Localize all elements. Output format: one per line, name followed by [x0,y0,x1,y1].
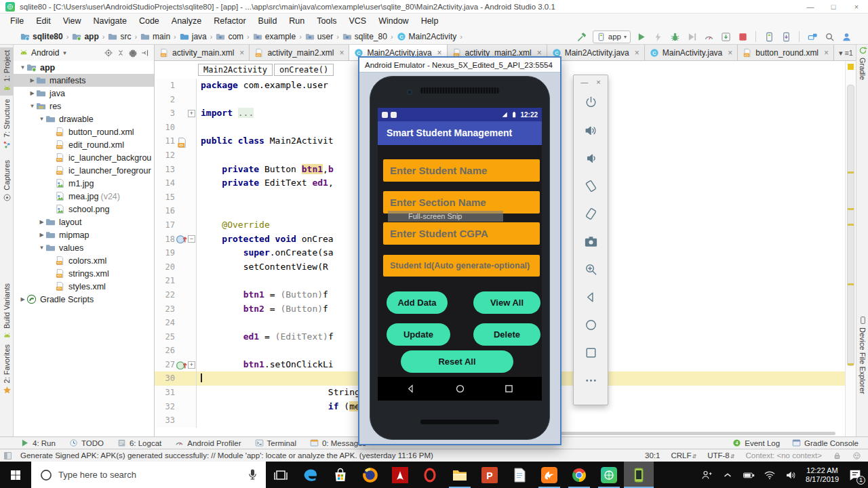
expand-arrow-icon[interactable]: ▶ [28,90,36,96]
minimize-button[interactable]: — [799,0,822,13]
lightning-button[interactable] [651,30,665,43]
fold-toggle-icon[interactable]: + [188,361,195,369]
emulator-zoom-button[interactable] [574,256,608,283]
editor-crumb-main2activity[interactable]: Main2Activity [198,64,273,76]
emulator-power-button[interactable] [574,89,608,117]
nav-home-button[interactable] [454,383,466,394]
tree-item-ic-launcher-foregrour[interactable]: <>ic_launcher_foregrour [14,164,154,177]
action-center-button[interactable]: 1 [848,468,863,483]
update-button[interactable]: Update [387,323,450,346]
emulator-volume-down-button[interactable] [574,144,608,172]
attach-debug-button[interactable] [719,30,732,43]
taskbar-app-android-studio[interactable] [594,462,624,488]
tool-stripe-2-favorites[interactable]: 2: Favorites [0,344,14,394]
tree-item-java[interactable]: ▶java [14,87,154,100]
expand-arrow-icon[interactable]: ▶ [38,232,45,238]
emulator-rotate-left-button[interactable] [574,172,608,200]
tool-stripe-7-structure[interactable]: 7: Structure [0,99,14,149]
expand-arrow-icon[interactable]: ▶ [38,219,45,225]
emulator-home-button[interactable] [574,311,608,339]
fold-toggle-icon[interactable]: − [188,235,195,243]
impl-gutter-icon[interactable] [176,361,188,369]
warning-stripe-mark[interactable] [848,208,854,210]
tree-item-button-round-xml[interactable]: <>button_round.xml [14,125,154,138]
lock-icon[interactable] [833,451,842,460]
structure2-button[interactable] [806,30,819,43]
caret-position[interactable]: 30:1 [645,451,660,460]
tray-battery-icon[interactable] [743,469,755,481]
taskbar-app-firefox[interactable] [355,462,385,488]
breadcrumb-app[interactable]: app [72,32,98,41]
search-button[interactable] [823,30,836,43]
tree-item-strings-xml[interactable]: <>strings.xml [14,267,154,280]
input-student-id-auto-generate-optional-[interactable]: Student Id(Auto generate-optional) [383,255,540,277]
tool-window-android-profiler[interactable]: Android Profiler [175,439,241,447]
close-icon[interactable]: × [239,48,244,58]
emulator-back-button[interactable] [574,283,608,311]
collapse-button[interactable] [115,47,127,59]
nav-overview-button[interactable] [503,383,515,394]
taskbar-app-notepad[interactable] [505,462,534,488]
menu-refactor[interactable]: Refactor [208,14,252,28]
inspector-face-icon[interactable] [852,451,861,460]
view-all-button[interactable]: View All [473,291,540,314]
gauge-button[interactable] [702,30,715,43]
locate-button[interactable] [102,47,115,59]
run-configuration-selector[interactable]: app▾ [593,30,631,43]
taskbar-app-adobe[interactable] [385,462,415,488]
breadcrumb-com[interactable]: com [216,32,243,41]
encoding-selector[interactable]: UTF-8⇵ [707,451,734,460]
taskbar-clock[interactable]: 12:22 AM8/17/2019 [806,466,839,484]
editor-crumb-oncreate-[interactable]: onCreate() [274,64,334,76]
breadcrumb-main[interactable]: main [140,32,170,41]
tree-item-layout[interactable]: ▶layout [14,216,154,228]
add-data-button[interactable]: Add Data [387,291,448,314]
menu-run[interactable]: Run [283,14,311,28]
input-enter-student-cgpa[interactable]: Enter Student CGPA [383,222,540,245]
expand-arrow-icon[interactable]: ▶ [28,77,36,83]
tree-item-styles-xml[interactable]: <>styles.xml [14,280,154,293]
taskbar-app-chrome[interactable] [564,462,594,488]
input-enter-student-name[interactable]: Enter Student Name [383,159,540,182]
microphone-icon[interactable] [246,468,259,481]
breadcrumb-java[interactable]: java [180,32,207,41]
menu-code[interactable]: Code [133,14,165,28]
tool-window-terminal[interactable]: Terminal [255,439,296,447]
menu-file[interactable]: File [4,14,30,28]
emulator-overview-button[interactable] [574,339,608,367]
menu-analyze[interactable]: Analyze [165,14,208,28]
menu-window[interactable]: Window [372,14,414,28]
warning-stripe-mark[interactable] [848,224,854,226]
breadcrumb-user[interactable]: user [305,32,333,41]
taskbar-app-emulator[interactable] [624,462,654,488]
reset-all-button[interactable]: Reset All [401,350,513,373]
emulator-screenshot-button[interactable] [574,228,608,256]
menu-vcs[interactable]: VCS [342,14,372,28]
delete-button[interactable]: Delete [473,323,540,346]
stop-button[interactable] [736,30,749,43]
breadcrumb-sqlite80[interactable]: sqlite80 [20,32,63,41]
tree-item-values[interactable]: ▼values [14,241,154,254]
menu-view[interactable]: View [57,14,87,28]
tree-item-school-png[interactable]: school.png [14,203,154,216]
expand-arrow-icon[interactable]: ▼ [28,103,36,109]
tree-item-gradle-scripts[interactable]: ▶Gradle Scripts [14,293,154,306]
tool-stripe-build-variants[interactable]: Build Variants [0,283,14,340]
emulator-more-button[interactable] [574,367,608,394]
emulator-minimize-button[interactable]: — [580,78,588,86]
attach-button[interactable] [685,30,698,43]
expand-arrow-icon[interactable]: ▼ [19,64,26,70]
close-icon[interactable]: × [339,48,344,58]
breadcrumb-sqlite_80[interactable]: sqlite_80 [342,32,387,41]
taskbar-app-store[interactable] [326,462,355,488]
avd-button[interactable] [762,30,776,43]
menu-tools[interactable]: Tools [311,14,342,28]
start-button[interactable] [0,462,31,488]
tool-window-toggle-icon[interactable] [3,451,12,460]
taskbar-app-uc[interactable] [534,462,564,488]
breadcrumb-example[interactable]: example [253,32,296,41]
expand-arrow-icon[interactable]: ▼ [38,245,45,251]
breadcrumb-Main2Activity[interactable]: CMain2Activity [397,32,457,41]
fold-toggle-icon[interactable]: + [188,110,195,117]
emulator-close-button[interactable]: × [596,78,600,86]
